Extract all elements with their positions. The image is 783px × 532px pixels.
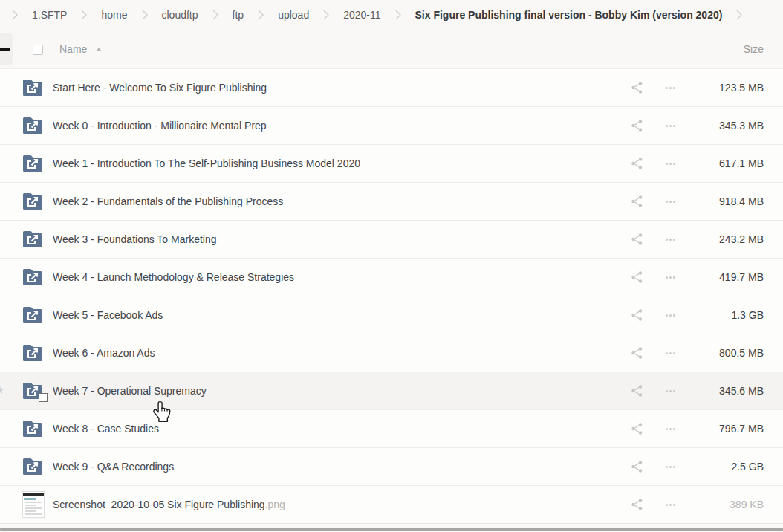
sort-by-name[interactable]: Name <box>59 43 102 55</box>
breadcrumb-chevron-icon <box>395 9 401 21</box>
table-row[interactable]: Week 4 - Launch Methodology & Release St… <box>0 258 783 296</box>
shared-folder-icon <box>23 307 42 323</box>
breadcrumb-item-ftp[interactable]: ftp <box>233 9 244 21</box>
image-thumbnail-icon <box>22 491 45 518</box>
shared-folder-icon <box>23 421 42 437</box>
file-size: 617.1 MB <box>719 158 764 169</box>
share-button[interactable] <box>629 194 644 209</box>
table-row[interactable]: Week 5 - Facebook Ads 1.3 GB <box>0 296 783 334</box>
file-size: 243.2 MB <box>719 233 764 245</box>
more-actions-button[interactable] <box>663 421 678 436</box>
breadcrumb-chevron-icon <box>258 9 264 21</box>
file-name: Week 9 - Q&A Recordings <box>53 461 174 473</box>
table-row[interactable]: Screenshot_2020-10-05 Six Figure Publish… <box>0 485 783 523</box>
file-size: 345.6 MB <box>719 385 764 397</box>
table-row[interactable]: Week 8 - Case Studies 796.7 MB <box>0 409 783 447</box>
shared-folder-icon <box>23 117 42 134</box>
share-button[interactable] <box>629 346 644 360</box>
shared-folder-icon <box>23 458 42 475</box>
breadcrumb-chevron-icon <box>323 9 329 21</box>
share-button[interactable] <box>629 308 644 322</box>
file-name: Week 5 - Facebook Ads <box>53 309 163 321</box>
more-actions-button[interactable] <box>663 232 678 247</box>
shared-folder-icon <box>23 269 42 285</box>
table-row[interactable]: Week 6 - Amazon Ads 800.5 MB <box>0 334 783 372</box>
more-actions-button[interactable] <box>663 118 678 133</box>
file-size: 389 KB <box>730 499 764 510</box>
row-select-checkbox[interactable] <box>39 393 48 402</box>
horizontal-scrollbar[interactable] <box>0 528 783 531</box>
breadcrumb-item-current-folder[interactable]: Six Figure Publishing final version - Bo… <box>415 9 723 21</box>
more-actions-button[interactable] <box>663 346 678 360</box>
more-actions-button[interactable] <box>663 497 678 512</box>
breadcrumb-item-2020-11[interactable]: 2020-11 <box>343 9 380 21</box>
table-row[interactable]: Week 2 - Fundamentals of the Publishing … <box>0 182 783 220</box>
shared-folder-icon <box>23 193 42 210</box>
file-size: 796.7 MB <box>719 423 764 435</box>
table-row[interactable]: Week 0 - Introduction - Millionaire Ment… <box>0 106 783 144</box>
file-name: Screenshot_2020-10-05 Six Figure Publish… <box>53 499 285 510</box>
list-header: Name Size <box>0 30 783 68</box>
breadcrumb-item-upload[interactable]: upload <box>278 9 309 21</box>
table-row[interactable]: Week 1 - Introduction To The Self-Publis… <box>0 144 783 182</box>
breadcrumb-chevron-icon <box>81 9 87 21</box>
select-all-checkbox[interactable] <box>33 45 43 55</box>
more-actions-button[interactable] <box>663 156 678 171</box>
share-button[interactable] <box>629 232 644 247</box>
file-name: Week 6 - Amazon Ads <box>53 347 155 359</box>
breadcrumb-chevron-icon <box>212 9 218 21</box>
more-actions-button[interactable] <box>663 459 678 474</box>
shared-folder-icon <box>23 80 42 96</box>
breadcrumb-item-home[interactable]: home <box>101 9 127 21</box>
size-column-label: Size <box>744 43 764 55</box>
favorite-star-icon: ★ <box>0 383 4 397</box>
file-size: 345.3 MB <box>719 120 764 132</box>
more-actions-button[interactable] <box>663 383 678 398</box>
share-button[interactable] <box>629 270 644 285</box>
file-name: Start Here - Welcome To Six Figure Publi… <box>53 82 267 94</box>
breadcrumb-chevron-icon <box>142 9 148 21</box>
file-size: 800.5 MB <box>719 347 764 359</box>
breadcrumb-item-sftp[interactable]: 1.SFTP <box>32 9 67 21</box>
file-size: 2.5 GB <box>731 461 764 473</box>
file-name: Week 1 - Introduction To The Self-Publis… <box>53 158 360 169</box>
file-extension: .png <box>265 499 285 510</box>
more-actions-button[interactable] <box>663 194 678 209</box>
side-toggle-fragment[interactable] <box>0 33 13 65</box>
file-size: 123.5 MB <box>719 82 764 94</box>
breadcrumb-item-cloudftp[interactable]: cloudftp <box>162 9 198 21</box>
shared-folder-icon <box>23 155 42 172</box>
file-size: 419.7 MB <box>719 271 764 283</box>
table-row[interactable]: Start Here - Welcome To Six Figure Publi… <box>0 68 783 106</box>
file-name: Week 8 - Case Studies <box>53 423 159 435</box>
more-actions-button[interactable] <box>663 270 678 285</box>
breadcrumb-chevron-icon <box>12 9 18 21</box>
share-button[interactable] <box>629 421 644 436</box>
share-button[interactable] <box>629 459 644 474</box>
file-name: Week 7 - Operational Supremacy <box>53 385 207 397</box>
name-column-label: Name <box>59 43 87 55</box>
shared-folder-icon <box>23 345 42 361</box>
table-row[interactable]: ★ Week 7 - Operational Supremacy 345.6 M… <box>0 372 783 409</box>
shared-folder-icon <box>23 231 42 247</box>
share-button[interactable] <box>629 80 644 95</box>
file-name: Week 0 - Introduction - Millionaire Ment… <box>53 120 267 132</box>
file-list: Start Here - Welcome To Six Figure Publi… <box>0 68 783 524</box>
share-button[interactable] <box>629 383 644 398</box>
breadcrumb: 1.SFTP home cloudftp ftp upload 2020-11 … <box>0 0 783 30</box>
share-button[interactable] <box>629 497 644 512</box>
share-button[interactable] <box>629 156 644 171</box>
file-size: 918.4 MB <box>719 195 764 207</box>
table-row[interactable]: Week 9 - Q&A Recordings 2.5 GB <box>0 447 783 485</box>
table-row[interactable]: Week 3 - Foundations To Marketing 243.2 … <box>0 220 783 258</box>
more-actions-button[interactable] <box>663 80 678 95</box>
file-name: Week 4 - Launch Methodology & Release St… <box>53 271 294 283</box>
file-size: 1.3 GB <box>731 309 764 321</box>
file-name: Week 2 - Fundamentals of the Publishing … <box>53 195 283 207</box>
breadcrumb-chevron-icon <box>736 9 742 21</box>
sort-ascending-icon <box>96 48 102 51</box>
more-actions-button[interactable] <box>663 308 678 322</box>
share-button[interactable] <box>629 118 644 133</box>
file-name: Week 3 - Foundations To Marketing <box>53 233 217 245</box>
